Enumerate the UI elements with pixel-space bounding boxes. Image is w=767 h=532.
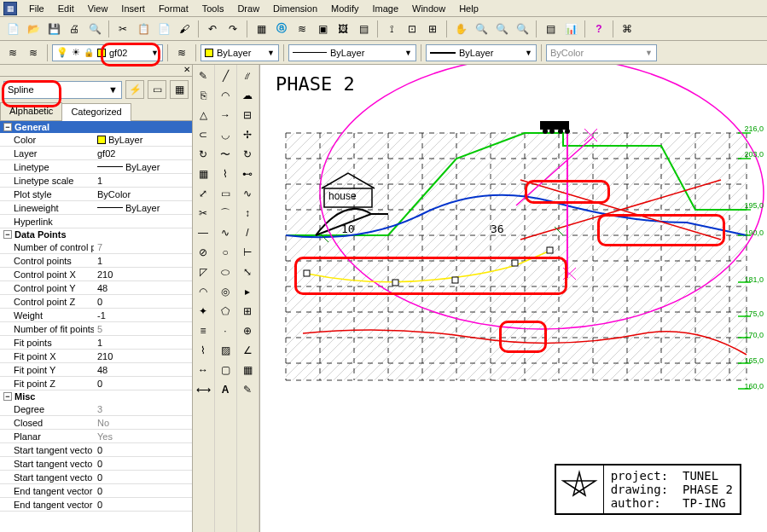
copy-icon[interactable]: ⎘: [194, 86, 212, 105]
leader-icon[interactable]: ▸: [238, 282, 257, 301]
mirror-icon[interactable]: △: [194, 106, 212, 124]
text-icon[interactable]: A: [216, 380, 235, 399]
line-icon[interactable]: ╱: [216, 66, 235, 85]
measure-icon[interactable]: ⟟: [382, 20, 401, 38]
ellipse-icon[interactable]: ⬭: [216, 263, 235, 281]
open-dwg-icon[interactable]: ⓐ: [272, 20, 291, 38]
menu-dimension[interactable]: Dimension: [266, 2, 324, 15]
category-general[interactable]: −General: [0, 121, 192, 133]
arc3-icon[interactable]: ⌒: [216, 204, 235, 223]
spline-icon[interactable]: ∿: [216, 223, 235, 242]
pan-icon[interactable]: ✋: [451, 20, 470, 38]
toggle-icon[interactable]: ▦: [170, 80, 189, 99]
offset-icon[interactable]: ⊂: [194, 125, 212, 144]
trim-icon[interactable]: ✂: [194, 204, 212, 223]
pickselect-icon[interactable]: ▭: [148, 80, 166, 99]
layer-manager-icon[interactable]: ≋: [24, 43, 43, 62]
prop-val[interactable]: 0: [94, 500, 192, 510]
wave-icon[interactable]: 〜: [216, 145, 235, 164]
freehand-icon[interactable]: ∿: [238, 184, 257, 203]
prop-val[interactable]: 1: [94, 256, 192, 266]
active-layer-select[interactable]: 💡 ☀ 🔒 gf02 ▼: [52, 44, 163, 61]
menu-edit[interactable]: Edit: [51, 2, 81, 15]
prop-val[interactable]: 0: [94, 379, 192, 389]
prop-val[interactable]: -1: [94, 310, 192, 321]
prop-val[interactable]: 1: [94, 338, 192, 348]
plotstyle-select[interactable]: ByColor ▼: [546, 44, 657, 61]
array-icon[interactable]: ▦: [194, 165, 212, 183]
collapse-icon[interactable]: −: [3, 123, 12, 131]
lengthen-icon[interactable]: ⟷: [194, 380, 212, 399]
attach-icon[interactable]: ⌘: [618, 20, 636, 38]
scale-icon[interactable]: ⤢: [194, 184, 212, 203]
print-icon[interactable]: 🖨: [65, 20, 84, 38]
undo-icon[interactable]: ↶: [203, 20, 222, 38]
panel-close-icon[interactable]: ✕: [183, 65, 190, 76]
ucs-icon[interactable]: ⊞: [423, 20, 442, 38]
prop-val[interactable]: ByColor: [94, 189, 192, 200]
stretch-icon[interactable]: ↔: [194, 361, 212, 379]
snap-icon[interactable]: ⊡: [403, 20, 421, 38]
dim2-icon[interactable]: /: [238, 223, 257, 242]
ray-icon[interactable]: →: [216, 106, 235, 124]
explode-icon[interactable]: ✦: [194, 302, 212, 321]
tab-alphabetic[interactable]: Alphabetic: [0, 102, 62, 120]
chamfer-icon[interactable]: ◸: [194, 263, 212, 281]
extend-icon[interactable]: —: [194, 223, 212, 242]
polygon-icon[interactable]: ⬠: [216, 302, 235, 321]
pedit-icon[interactable]: ⌇: [194, 341, 212, 360]
prop-val[interactable]: 48: [94, 283, 192, 293]
prop-val[interactable]: ByLayer: [94, 203, 192, 213]
prop-val[interactable]: 0: [94, 445, 192, 455]
properties-grid[interactable]: −General ColorByLayer Layergf02 Linetype…: [0, 121, 192, 532]
marker-icon[interactable]: ✎: [238, 380, 257, 399]
pline-icon[interactable]: ⌇: [216, 165, 235, 183]
menu-format[interactable]: Format: [152, 2, 195, 15]
layer-prev-icon[interactable]: ≋: [172, 43, 191, 62]
entity-type-select[interactable]: Spline ▼: [3, 81, 122, 99]
block-icon[interactable]: ▣: [313, 20, 332, 38]
copy-icon[interactable]: 📋: [134, 20, 153, 38]
prop-val[interactable]: 48: [94, 365, 192, 375]
save-icon[interactable]: 💾: [44, 20, 63, 38]
prop-val[interactable]: 0: [94, 459, 192, 469]
image-icon[interactable]: 🖼: [334, 20, 352, 38]
prop-val[interactable]: ByLayer: [94, 162, 192, 172]
move-icon[interactable]: ✢: [238, 125, 257, 144]
region-icon[interactable]: ▢: [216, 361, 235, 379]
open-icon[interactable]: 📂: [24, 20, 43, 38]
menu-draw[interactable]: Draw: [230, 2, 266, 15]
angle-icon[interactable]: ∠: [238, 341, 257, 360]
zoom-window-icon[interactable]: 🔍: [492, 20, 511, 38]
quickselect-icon[interactable]: ⚡: [125, 80, 144, 99]
arc-icon[interactable]: ◠: [216, 86, 235, 105]
category-data-points[interactable]: −Data Points: [0, 228, 192, 240]
layer-states-icon[interactable]: ≋: [3, 43, 22, 62]
prop-val[interactable]: 0: [94, 486, 192, 496]
table-icon[interactable]: ▦: [238, 361, 257, 379]
centermark-icon[interactable]: ⊕: [238, 321, 257, 340]
menu-tools[interactable]: Tools: [195, 2, 231, 15]
zoom-prev-icon[interactable]: 🔍: [513, 20, 532, 38]
circle-icon[interactable]: ○: [216, 243, 235, 262]
cut-icon[interactable]: ✂: [113, 20, 132, 38]
prop-val[interactable]: gf02: [94, 148, 192, 159]
color-select[interactable]: ByLayer ▼: [200, 44, 279, 61]
connect-icon[interactable]: ⊷: [238, 165, 257, 183]
collapse-icon[interactable]: −: [3, 230, 12, 239]
prop-val[interactable]: 210: [94, 269, 192, 280]
prop-val[interactable]: 0: [94, 472, 192, 483]
prop-val[interactable]: 0: [94, 297, 192, 307]
xref-icon[interactable]: ▤: [354, 20, 373, 38]
rect-icon[interactable]: ▭: [216, 184, 235, 203]
menu-help[interactable]: Help: [452, 2, 485, 15]
menu-file[interactable]: File: [22, 2, 51, 15]
break-icon[interactable]: ⊘: [194, 243, 212, 262]
grid-icon[interactable]: ▦: [252, 20, 270, 38]
prop-val[interactable]: ByLayer: [94, 135, 192, 145]
tab-categorized[interactable]: Categorized: [61, 103, 131, 121]
donut-icon[interactable]: ◎: [216, 282, 235, 301]
rotate-icon[interactable]: ↻: [194, 145, 212, 164]
zoom-icon[interactable]: 🔍: [472, 20, 491, 38]
refresh-icon[interactable]: ↻: [238, 145, 257, 164]
